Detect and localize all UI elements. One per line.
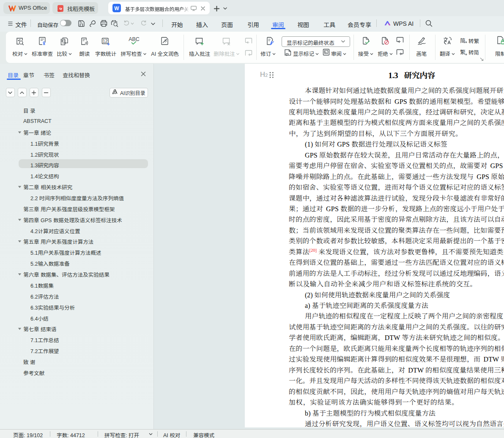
svg-text:ABC: ABC — [129, 37, 140, 42]
svg-text:12: 12 — [103, 38, 108, 44]
svg-text:W: W — [114, 5, 119, 11]
